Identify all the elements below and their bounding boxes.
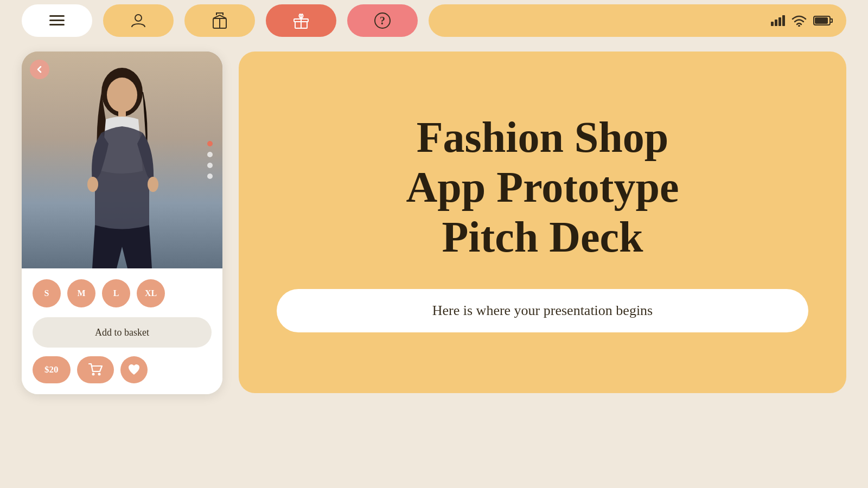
hero-panel: Fashion Shop App Prototype Pitch Deck He… — [239, 52, 846, 393]
help-button[interactable]: ? — [347, 4, 418, 37]
heart-icon — [127, 364, 141, 376]
svg-point-13 — [107, 78, 137, 112]
gift-button[interactable] — [266, 4, 336, 37]
box-button[interactable] — [184, 4, 255, 37]
box-icon — [210, 11, 229, 30]
fashion-figure — [68, 62, 176, 268]
favorite-button[interactable] — [120, 356, 148, 383]
subtitle-text: Here is where your presentation begins — [432, 303, 653, 318]
cart-icon — [88, 363, 103, 377]
status-bar — [429, 4, 846, 37]
main-content: S M L XL Add to basket $20 — [0, 46, 868, 488]
battery-icon — [813, 15, 833, 26]
menu-button[interactable] — [22, 4, 92, 37]
svg-rect-11 — [815, 17, 828, 24]
signal-icon — [771, 15, 785, 26]
svg-point-9 — [798, 25, 800, 27]
back-button[interactable] — [30, 60, 49, 79]
size-l-button[interactable]: L — [102, 279, 130, 307]
dot-3[interactable] — [207, 163, 213, 168]
cart-button[interactable] — [77, 356, 114, 383]
product-controls: S M L XL Add to basket $20 — [22, 268, 222, 394]
size-s-button[interactable]: S — [33, 279, 61, 307]
size-selector: S M L XL — [33, 279, 212, 307]
svg-point-0 — [135, 15, 142, 21]
svg-point-16 — [148, 177, 158, 192]
help-icon: ? — [373, 11, 392, 30]
pitch-title: Fashion Shop App Prototype Pitch Deck — [406, 112, 679, 262]
profile-button[interactable] — [103, 4, 174, 37]
phone-mockup: S M L XL Add to basket $20 — [22, 52, 222, 394]
wifi-icon — [792, 15, 807, 27]
size-m-button[interactable]: M — [67, 279, 95, 307]
subtitle-pill: Here is where your presentation begins — [277, 289, 808, 332]
price-button[interactable]: $20 — [33, 356, 71, 383]
svg-point-17 — [92, 373, 94, 376]
dot-2[interactable] — [207, 152, 213, 157]
image-dots — [207, 141, 213, 179]
dot-4[interactable] — [207, 174, 213, 179]
back-arrow-icon — [35, 65, 44, 74]
size-xl-button[interactable]: XL — [137, 279, 165, 307]
gift-icon — [291, 11, 311, 30]
top-navigation: ? — [0, 0, 868, 41]
person-icon — [129, 11, 148, 30]
add-to-basket-button[interactable]: Add to basket — [33, 317, 212, 348]
svg-point-18 — [98, 373, 100, 376]
hamburger-icon — [49, 15, 65, 25]
dot-1[interactable] — [207, 141, 213, 146]
product-image — [22, 52, 222, 268]
product-footer: $20 — [33, 356, 212, 383]
svg-point-15 — [87, 177, 98, 192]
svg-text:?: ? — [380, 15, 385, 27]
